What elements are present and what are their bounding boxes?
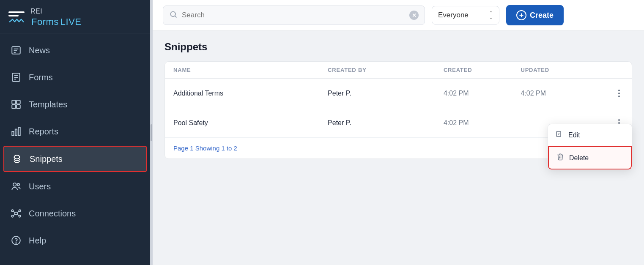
filter-value: Everyone [438,11,469,19]
search-clear-button[interactable]: ✕ [409,11,419,20]
create-button[interactable]: + Create [506,5,564,25]
row-1-created: 4:02 PM [444,83,521,104]
svg-line-25 [14,214,15,216]
sidebar: REI FormsLIVE News Forms Templates [0,0,150,265]
context-menu-delete[interactable]: Delete [548,146,632,169]
svg-rect-12 [12,131,14,136]
sidebar-item-users[interactable]: Users [0,173,150,200]
main-content: ✕ Everyone + Create Snippets NAME CREATE… [153,0,644,265]
dot [618,119,620,121]
sidebar-item-label-users: Users [29,182,51,191]
sidebar-item-label-templates: Templates [29,100,67,109]
logo-wave-icon [8,18,25,23]
plus-icon: + [516,10,526,20]
sidebar-item-connections[interactable]: Connections [0,200,150,227]
news-icon [10,44,22,56]
logo: REI FormsLIVE [0,0,150,33]
snippets-icon [11,153,23,165]
context-menu: Edit Delete [548,124,632,170]
table-row: Additional Terms Peter P. 4:02 PM 4:02 P… [165,79,632,108]
svg-line-23 [14,211,15,213]
row-2-created: 4:02 PM [444,112,521,134]
row-1-more-button[interactable] [615,88,623,99]
sidebar-item-label-news: News [29,46,50,55]
svg-rect-11 [16,105,20,109]
content-area: Snippets NAME CREATED BY CREATED UPDATED… [153,31,644,265]
sidebar-item-label-forms: Forms [29,73,53,82]
row-1-updated: 4:02 PM [521,83,598,104]
row-2-created-by: Peter P. [328,112,444,134]
svg-point-21 [11,216,13,217]
svg-rect-0 [12,47,20,54]
svg-point-29 [170,11,175,16]
svg-rect-9 [16,100,20,104]
logo-line-1 [8,11,25,13]
col-actions [598,67,623,73]
logo-icon [8,11,25,23]
col-created: CREATED [444,67,521,73]
dot [618,122,620,124]
sidebar-item-label-connections: Connections [29,209,76,219]
chevron-updown-icon [489,11,493,20]
svg-point-28 [16,243,16,243]
col-updated: UPDATED [521,67,598,73]
search-icon [169,10,178,20]
dot [618,96,620,97]
search-input[interactable] [182,11,405,19]
svg-point-17 [17,183,19,186]
svg-point-16 [13,183,16,186]
logo-bottom-text: FormsLIVE [30,15,82,27]
filter-dropdown[interactable]: Everyone [432,6,499,25]
col-created-by: CREATED BY [328,67,444,73]
context-menu-edit[interactable]: Edit [548,124,632,146]
topbar: ✕ Everyone + Create [153,0,644,31]
svg-line-24 [17,211,19,213]
sidebar-item-label-snippets: Snippets [30,154,63,164]
col-name: NAME [173,67,328,73]
reports-icon [10,126,22,137]
svg-point-22 [19,216,21,217]
templates-icon [10,98,22,110]
table-header: NAME CREATED BY CREATED UPDATED [165,62,632,79]
logo-top-text: REI [30,8,82,15]
sidebar-item-forms[interactable]: Forms [0,64,150,91]
sidebar-item-templates[interactable]: Templates [0,91,150,118]
context-edit-label: Edit [568,131,580,139]
svg-line-30 [175,16,177,18]
row-2-name: Pool Safety [173,112,328,134]
row-1-created-by: Peter P. [328,83,444,104]
dot [618,90,620,91]
sidebar-item-news[interactable]: News [0,37,150,64]
page-title: Snippets [164,41,632,53]
dot [618,93,620,94]
search-box[interactable]: ✕ [163,5,425,25]
svg-point-19 [11,210,13,212]
svg-line-26 [17,214,19,216]
trash-icon [556,153,564,163]
svg-rect-8 [12,100,16,104]
svg-point-20 [19,210,21,212]
row-1-name: Additional Terms [173,83,328,104]
sidebar-item-reports[interactable]: Reports [0,118,150,145]
pagination-text: Page 1 Showing 1 to 2 [173,145,237,152]
create-label: Create [530,11,554,20]
row-1-actions [598,88,623,99]
context-delete-label: Delete [569,154,589,162]
logo-line-2 [8,15,19,16]
svg-rect-14 [18,127,20,136]
connections-icon [10,208,22,219]
svg-rect-10 [12,105,16,109]
sidebar-nav: News Forms Templates Reports [0,33,150,265]
logo-text: REI FormsLIVE [30,8,82,27]
help-icon [10,235,22,246]
sidebar-item-snippets[interactable]: Snippets [3,146,147,172]
sidebar-item-help[interactable]: Help [0,227,150,254]
forms-icon [10,71,22,83]
svg-rect-13 [15,129,17,136]
sidebar-item-label-help: Help [29,236,46,246]
sidebar-item-label-reports: Reports [29,127,58,137]
users-icon [10,180,22,192]
edit-icon [556,130,563,140]
